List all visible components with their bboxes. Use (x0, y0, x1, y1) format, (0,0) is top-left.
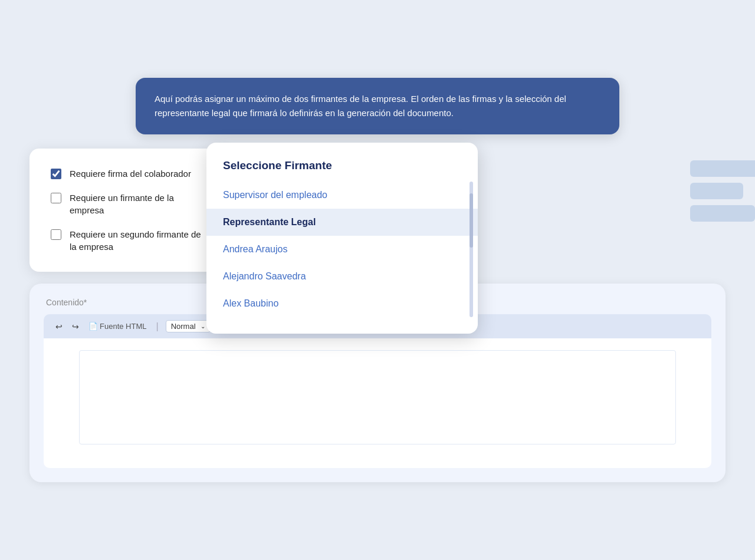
checkbox-segundo-firmante[interactable] (51, 229, 61, 240)
selector-panel: Seleccione Firmante Supervisor del emple… (206, 143, 478, 334)
selector-item-supervisor[interactable]: Supervisor del empleado (206, 182, 478, 209)
checkbox-item-2: Requiere un firmante de la empresa (51, 192, 209, 216)
banner-text: Aquí podrás asignar un máximo de dos fir… (155, 94, 566, 118)
checkbox-firmante-empresa[interactable] (51, 193, 61, 203)
selector-item-representante[interactable]: Representante Legal (206, 209, 478, 236)
redo-button[interactable]: ↪ (70, 321, 81, 332)
format-dropdown[interactable]: Normal ⌄ (166, 320, 211, 332)
right-bar-1 (690, 160, 755, 177)
checkbox-firma-colaborador[interactable] (51, 169, 61, 179)
selector-item-alex[interactable]: Alex Baubino (206, 290, 478, 317)
editor-body (44, 338, 711, 468)
scrollbar-thumb (470, 193, 473, 248)
checkbox-label-1[interactable]: Requiere firma del colaborador (70, 167, 191, 180)
editor-content-area[interactable] (44, 338, 711, 468)
checkbox-item-1: Requiere firma del colaborador (51, 167, 209, 180)
format-chevron: ⌄ (201, 323, 205, 330)
editor-inner-area[interactable] (79, 350, 676, 444)
checkbox-card: Requiere firma del colaborador Requiere … (29, 149, 230, 272)
selector-list: Supervisor del empleado Representante Le… (206, 182, 478, 317)
checkbox-label-3[interactable]: Requiere un segundo firmante de la empre… (70, 228, 209, 253)
scrollbar[interactable] (470, 182, 473, 317)
page-wrapper: Aquí podrás asignar un máximo de dos fir… (29, 78, 726, 482)
info-banner: Aquí podrás asignar un máximo de dos fir… (136, 78, 619, 134)
selector-item-alejandro[interactable]: Alejandro Saavedra (206, 263, 478, 290)
format-label: Normal (171, 322, 196, 331)
middle-row: Requiere firma del colaborador Requiere … (29, 149, 726, 272)
undo-button[interactable]: ↩ (53, 321, 65, 332)
source-html-button[interactable]: 📄 Fuente HTML (86, 321, 149, 332)
selector-title: Seleccione Firmante (206, 159, 478, 182)
right-decorative-bars (690, 160, 755, 222)
right-bar-2 (690, 183, 743, 199)
selector-item-andrea[interactable]: Andrea Araujos (206, 236, 478, 263)
separator-1: | (156, 321, 158, 332)
checkbox-label-2[interactable]: Requiere un firmante de la empresa (70, 192, 209, 216)
right-bar-3 (690, 205, 755, 222)
checkbox-item-3: Requiere un segundo firmante de la empre… (51, 228, 209, 253)
